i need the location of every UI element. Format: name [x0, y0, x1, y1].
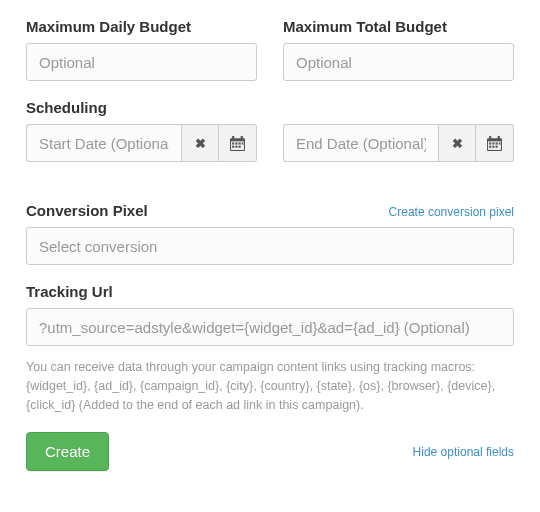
max-total-budget-label: Maximum Total Budget [283, 18, 514, 35]
create-conversion-link[interactable]: Create conversion pixel [389, 205, 514, 219]
max-daily-budget-label: Maximum Daily Budget [26, 18, 257, 35]
svg-rect-1 [232, 136, 234, 139]
svg-rect-19 [489, 145, 491, 147]
tracking-help-text: You can receive data through your campai… [26, 358, 514, 414]
svg-rect-18 [499, 142, 501, 144]
svg-rect-21 [496, 145, 498, 147]
start-date-picker-button[interactable] [219, 124, 257, 162]
svg-rect-2 [241, 136, 243, 139]
svg-rect-17 [496, 142, 498, 144]
close-icon: ✖ [195, 136, 206, 151]
hide-optional-link[interactable]: Hide optional fields [413, 445, 514, 459]
create-button[interactable]: Create [26, 432, 109, 471]
calendar-icon [487, 136, 502, 151]
end-date-input[interactable] [283, 124, 438, 162]
calendar-icon [230, 136, 245, 151]
svg-rect-7 [242, 142, 244, 144]
svg-rect-16 [492, 142, 494, 144]
svg-rect-20 [492, 145, 494, 147]
start-date-input[interactable] [26, 124, 181, 162]
end-date-picker-button[interactable] [476, 124, 514, 162]
svg-rect-9 [235, 145, 237, 147]
conversion-pixel-label: Conversion Pixel [26, 202, 148, 219]
svg-rect-8 [232, 145, 234, 147]
svg-rect-4 [232, 142, 234, 144]
scheduling-label: Scheduling [26, 99, 514, 116]
clear-end-date-button[interactable]: ✖ [438, 124, 476, 162]
close-icon: ✖ [452, 136, 463, 151]
max-daily-budget-input[interactable] [26, 43, 257, 81]
svg-rect-6 [239, 142, 241, 144]
svg-rect-5 [235, 142, 237, 144]
svg-rect-13 [498, 136, 500, 139]
max-total-budget-input[interactable] [283, 43, 514, 81]
svg-rect-10 [239, 145, 241, 147]
clear-start-date-button[interactable]: ✖ [181, 124, 219, 162]
svg-rect-12 [489, 136, 491, 139]
tracking-url-label: Tracking Url [26, 283, 514, 300]
conversion-pixel-select[interactable] [26, 227, 514, 265]
svg-rect-15 [489, 142, 491, 144]
tracking-url-input[interactable] [26, 308, 514, 346]
